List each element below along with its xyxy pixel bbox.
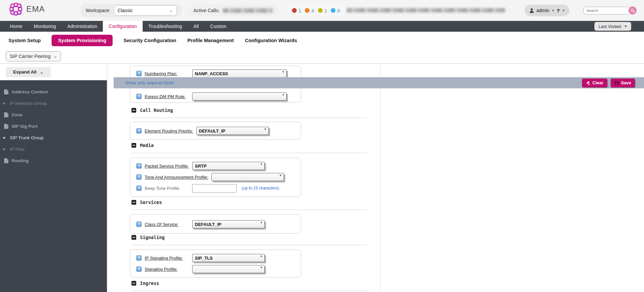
- egress-dm-pm-rule-select[interactable]: ▼: [192, 92, 287, 100]
- main-nav: Home Monitoring Administration Configura…: [0, 21, 644, 32]
- active-calls-label: Active Calls:: [194, 8, 219, 13]
- form-row-signaling-profile: ? Signaling Profile: ▼: [136, 265, 298, 273]
- section-ingress: Ingress: [131, 280, 367, 291]
- search-input[interactable]: [583, 7, 630, 14]
- clear-button-label: Clear: [592, 80, 604, 85]
- beep-tone-profile-input[interactable]: [192, 184, 237, 193]
- active-calls-group: Active Calls:: [187, 4, 279, 17]
- sidebar-item-ip-peer[interactable]: ▶ IP Peer: [0, 143, 107, 155]
- selected-value: DEFAULT_IP: [195, 222, 222, 227]
- sidebar-item-label: SIP Trunk Group: [10, 135, 43, 140]
- section-services: Services: [131, 199, 367, 210]
- collapse-icon[interactable]: [131, 200, 136, 205]
- help-icon[interactable]: ?: [136, 174, 142, 180]
- help-icon[interactable]: ?: [136, 71, 142, 76]
- last-visited-dropdown[interactable]: Last Visited ▼: [594, 22, 631, 31]
- dropdown-caret-icon: ▼: [260, 266, 263, 269]
- ip-signaling-profile-select[interactable]: SIP_TLS ▼: [192, 254, 265, 262]
- form-card: ? IP Signaling Profile: SIP_TLS ▼ ? Sign…: [130, 250, 301, 278]
- nav-item-monitoring[interactable]: Monitoring: [28, 21, 61, 32]
- packet-service-profile-select[interactable]: SRTP ▼: [192, 162, 265, 170]
- help-icon[interactable]: ?: [136, 185, 142, 191]
- ema-logo-icon: [9, 3, 22, 16]
- context-toolbar: SIP Carrier Peering ⌄: [0, 49, 644, 63]
- workspace-select[interactable]: Classic ⌄: [114, 5, 177, 16]
- save-icon: [614, 81, 619, 85]
- clear-button[interactable]: Clear: [582, 79, 607, 87]
- element-routing-priority-select[interactable]: DEFAULT_IP ▼: [196, 127, 269, 135]
- search-button[interactable]: [628, 6, 637, 14]
- top-header: EMA Workspace: Classic ⌄ Active Calls: 1…: [0, 0, 644, 21]
- redacted-system-info-text: [347, 8, 505, 12]
- sip-trunk-group-form: ? Numbering Plan: NANP_ACCESS ▼ ? Egress…: [130, 64, 367, 292]
- sidebar-item-sip-sig-port[interactable]: SIP Sig Port: [0, 120, 107, 132]
- class-of-service-select[interactable]: DEFAULT_IP ▼: [192, 220, 265, 228]
- section-call-routing: Call Routing: [131, 107, 367, 118]
- context-selector[interactable]: SIP Carrier Peering ⌄: [6, 51, 61, 61]
- dropdown-caret-icon: ▼: [282, 93, 285, 96]
- section-rule: [131, 153, 367, 153]
- dropdown-caret-icon: ▼: [264, 128, 267, 131]
- nav-item-troubleshooting[interactable]: Troubleshooting: [143, 21, 188, 32]
- form-card: ? Element Routing Priority: DEFAULT_IP ▼: [130, 122, 301, 140]
- help-button[interactable]: ?: [557, 8, 560, 13]
- collapse-icon[interactable]: [131, 281, 136, 286]
- form-row-element-routing-priority: ? Element Routing Priority: DEFAULT_IP ▼: [136, 126, 298, 135]
- workspace-group: Workspace: Classic ⌄: [80, 4, 182, 17]
- show-required-fields-link[interactable]: Show only required fields: [125, 80, 174, 85]
- collapse-icon[interactable]: [131, 235, 136, 240]
- nav-item-home[interactable]: Home: [4, 21, 28, 32]
- expand-all-button[interactable]: Expand All ⌄: [6, 67, 51, 77]
- help-icon[interactable]: ?: [136, 163, 142, 169]
- app-title: EMA: [26, 4, 45, 14]
- user-menu[interactable]: admin ▼ ? ▼: [525, 5, 569, 16]
- nav-item-all[interactable]: All: [188, 21, 205, 32]
- help-icon[interactable]: ?: [136, 128, 142, 134]
- user-name: admin: [536, 8, 549, 13]
- sidebar-item-address-context[interactable]: Address Context: [0, 86, 107, 97]
- numbering-plan-select[interactable]: NANP_ACCESS ▼: [192, 69, 287, 78]
- subnav-item-security-configuration[interactable]: Security Configuration: [123, 35, 176, 46]
- tone-and-announcement-profile-select[interactable]: ▼: [211, 173, 284, 181]
- nav-item-configuration[interactable]: Configuration: [103, 21, 142, 32]
- form-row-ip-signaling-profile: ? IP Signaling Profile: SIP_TLS ▼: [136, 254, 298, 262]
- help-icon[interactable]: ?: [136, 222, 142, 227]
- field-hint: (up to 23 characters): [242, 186, 279, 191]
- info-alarm-count: 0: [337, 8, 340, 13]
- eraser-icon: [586, 81, 590, 85]
- form-row-numbering-plan: ? Numbering Plan: NANP_ACCESS ▼: [136, 69, 298, 78]
- form-row-beep-tone-profile: ? Beep Tone Profile (up to 23 characters…: [136, 184, 298, 193]
- alarm-summary[interactable]: 1 4 1 0: [287, 4, 347, 17]
- selected-value: NANP_ACCESS: [195, 71, 228, 76]
- section-rule: [131, 291, 367, 291]
- configuration-subnav: System Setup System Provisioning Securit…: [0, 32, 644, 49]
- section-title: Signaling: [140, 235, 165, 240]
- signaling-profile-select[interactable]: ▼: [192, 265, 265, 273]
- sidebar-item-label: SIP Sig Port: [11, 124, 37, 129]
- collapse-icon[interactable]: [131, 108, 136, 113]
- field-label: Tone And Announcement Profile:: [145, 175, 208, 180]
- save-button[interactable]: Save: [611, 79, 635, 87]
- document-icon: [4, 124, 8, 129]
- help-icon[interactable]: ?: [136, 94, 142, 99]
- nav-item-administration[interactable]: Administration: [62, 21, 103, 32]
- dropdown-caret-icon: ▼: [260, 163, 263, 166]
- collapse-icon[interactable]: [131, 143, 136, 148]
- nav-item-custom[interactable]: Custom: [204, 21, 232, 32]
- dropdown-caret-icon: ▼: [260, 221, 263, 224]
- sidebar-item-zone[interactable]: Zone: [0, 109, 107, 120]
- help-icon[interactable]: ?: [136, 266, 142, 272]
- subnav-item-system-provisioning[interactable]: System Provisioning: [52, 35, 113, 46]
- info-alarm-dot: [331, 8, 335, 13]
- section-title: Call Routing: [140, 108, 173, 113]
- sidebar-item-sip-trunk-group[interactable]: ▶ SIP Trunk Group: [0, 132, 107, 143]
- help-icon[interactable]: ?: [136, 255, 142, 261]
- global-search: [583, 6, 637, 14]
- subnav-item-configuration-wizards[interactable]: Configuration Wizards: [244, 35, 297, 46]
- sidebar-item-ip-interface-group[interactable]: ▶ IP Interface Group: [0, 97, 107, 109]
- subnav-item-system-setup[interactable]: System Setup: [8, 35, 41, 46]
- form-card: ? Class Of Service: DEFAULT_IP ▼: [130, 214, 301, 234]
- sidebar-item-routing[interactable]: Routing: [0, 155, 107, 166]
- subnav-item-profile-management[interactable]: Profile Management: [187, 35, 234, 46]
- document-icon: [4, 112, 8, 117]
